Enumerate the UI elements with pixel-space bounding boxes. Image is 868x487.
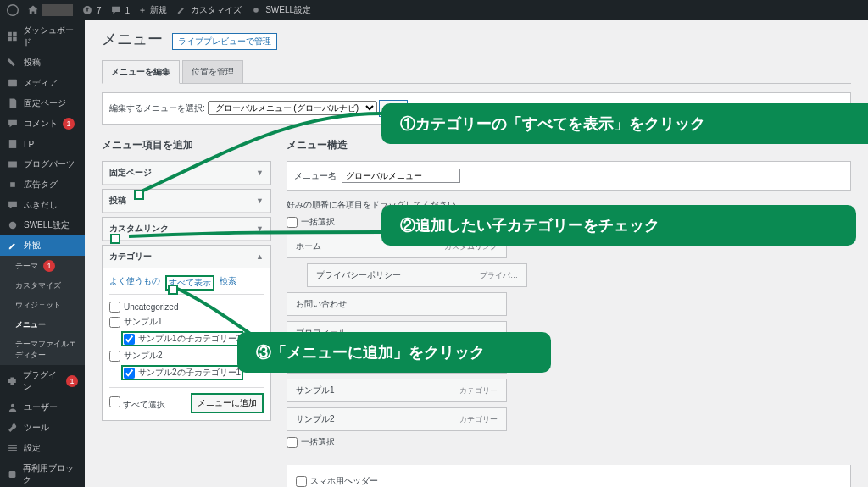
accordion-posts-toggle[interactable]: 投稿▼ (103, 190, 270, 213)
chevron-down-icon: ▼ (256, 169, 264, 177)
svg-rect-11 (8, 445, 17, 446)
annotation-marker (134, 190, 144, 200)
subtab-search[interactable]: 検索 (220, 275, 236, 291)
updates-count[interactable]: 7 (81, 4, 102, 16)
sidebar-reusable[interactable]: 再利用ブロック (0, 458, 85, 487)
sidebar-widgets[interactable]: ウィジェット (0, 296, 85, 315)
sidebar-blogparts[interactable]: ブログパーツ (0, 154, 85, 174)
sidebar-theme-editor[interactable]: テーマファイルエディター (0, 335, 85, 365)
sidebar-users[interactable]: ユーザー (0, 397, 85, 418)
menu-item[interactable]: プライバシーポリシープライバ… (307, 263, 527, 287)
category-subtabs: よく使うもの すべて表示 検索 (109, 275, 264, 295)
main-content: メニュー ライブプレビューで管理 メニューを編集 位置を管理 編集するメニューを… (85, 20, 868, 487)
nav-tabs: メニューを編集 位置を管理 (102, 60, 851, 84)
menu-settings: スマホ用ヘッダー スマホ開閉メニュー内 フッター (領域の設定: フッターメニュ… (287, 465, 851, 487)
annotation-callout-2: ②追加したい子カテゴリーをチェック (381, 205, 856, 246)
sidebar-adtag[interactable]: 広告タグ (0, 174, 85, 195)
site-home[interactable] (27, 4, 73, 16)
sidebar-menus[interactable]: メニュー (0, 315, 85, 335)
menu-item[interactable]: お問い合わせ (287, 292, 507, 316)
sidebar-dashboard[interactable]: ダッシュボード (0, 20, 85, 53)
admin-toolbar: 7 1 ＋ 新規 カスタマイズ SWELL設定 (0, 0, 868, 20)
svg-rect-13 (8, 450, 17, 451)
svg-rect-7 (9, 140, 16, 148)
svg-rect-4 (8, 37, 12, 42)
sidebar-media[interactable]: メディア (0, 73, 85, 93)
accordion-category-toggle[interactable]: カテゴリー▲ (103, 246, 270, 268)
plugins-badge: 1 (66, 375, 78, 387)
chevron-up-icon: ▲ (256, 252, 264, 261)
svg-rect-5 (13, 37, 17, 42)
select-all[interactable]: すべて選択 (109, 396, 165, 411)
sidebar-posts[interactable]: 投稿 (0, 53, 85, 73)
menu-structure-column: メニュー構造 メニュー名 好みの順番に各項目をドラッグしてください。 一括選択 … (287, 138, 851, 487)
annotation-marker (110, 234, 120, 244)
new-content[interactable]: ＋ 新規 (138, 4, 167, 16)
chevron-down-icon: ▼ (256, 224, 264, 233)
chevron-down-icon: ▼ (256, 196, 264, 205)
svg-rect-6 (8, 80, 17, 86)
comments-count[interactable]: 1 (110, 4, 131, 16)
comments-badge: 1 (63, 118, 75, 130)
bulk-select-bottom[interactable]: 一括選択 (287, 436, 851, 448)
sidebar-themes[interactable]: テーマ1 (0, 256, 85, 276)
sidebar-plugins[interactable]: プラグイン1 (0, 365, 85, 397)
sidebar-pages[interactable]: 固定ページ (0, 93, 85, 113)
customize-link[interactable]: カスタマイズ (175, 4, 242, 16)
add-to-menu-button[interactable]: メニューに追加 (191, 393, 264, 413)
sidebar-customize[interactable]: カスタマイズ (0, 276, 85, 296)
sidebar-swell[interactable]: SWELL設定 (0, 215, 85, 235)
tab-manage-locations[interactable]: 位置を管理 (182, 60, 243, 83)
svg-rect-14 (9, 471, 16, 478)
menu-select[interactable]: グローバルメニュー (グローバルナビ) (208, 101, 377, 115)
accordion-posts: 投稿▼ (102, 189, 271, 213)
swell-settings[interactable]: SWELL設定 (250, 4, 311, 16)
svg-rect-8 (8, 162, 17, 168)
menu-name-label: メニュー名 (294, 170, 337, 182)
add-items-title: メニュー項目を追加 (102, 138, 271, 152)
sidebar-settings[interactable]: 設定 (0, 438, 85, 458)
menu-item[interactable]: サンプル1カテゴリー (287, 379, 507, 402)
svg-rect-12 (8, 447, 17, 448)
menu-name-row: メニュー名 (287, 161, 851, 191)
svg-point-0 (8, 5, 19, 16)
accordion-custom-link: カスタムリンク▼ (102, 217, 271, 241)
svg-point-1 (253, 8, 259, 13)
menu-name-input[interactable] (342, 169, 460, 183)
subtab-recent[interactable]: よく使うもの (109, 275, 160, 291)
sidebar-tools[interactable]: ツール (0, 418, 85, 438)
accordion-pages-toggle[interactable]: 固定ページ▼ (103, 162, 270, 185)
annotation-callout-1: ①カテゴリーの「すべてを表示」をクリック (381, 103, 868, 144)
svg-point-9 (9, 222, 16, 229)
svg-rect-2 (8, 32, 12, 36)
chk-sample1[interactable]: サンプル1 (109, 314, 264, 329)
themes-badge: 1 (43, 260, 55, 272)
tab-edit-menus[interactable]: メニューを編集 (102, 60, 180, 84)
loc-smartphone-header[interactable]: スマホ用ヘッダー (296, 473, 842, 487)
menu-item[interactable]: サンプル2カテゴリー (287, 407, 507, 431)
sidebar-appearance[interactable]: 外観 (0, 235, 85, 256)
svg-point-10 (11, 404, 14, 407)
chk-uncategorized[interactable]: Uncategorized (109, 300, 264, 314)
accordion-pages: 固定ページ▼ (102, 161, 271, 185)
page-title: メニュー (102, 29, 163, 49)
select-label: 編集するメニューを選択: (109, 103, 205, 113)
wp-logo[interactable] (7, 4, 19, 16)
sidebar-fukidashi[interactable]: ふきだし (0, 195, 85, 215)
add-items-column: メニュー項目を追加 固定ページ▼ 投稿▼ カスタムリンク▼ カテゴリー▲ よく使… (102, 138, 271, 487)
svg-rect-3 (13, 32, 17, 36)
sidebar-lp[interactable]: LP (0, 134, 85, 154)
accordion-custom-toggle[interactable]: カスタムリンク▼ (103, 218, 270, 241)
live-preview-button[interactable]: ライブプレビューで管理 (172, 33, 277, 50)
admin-sidebar: ダッシュボード 投稿 メディア 固定ページ コメント1 LP ブログパーツ 広告… (0, 20, 85, 487)
annotation-marker (168, 285, 178, 295)
sidebar-comments[interactable]: コメント1 (0, 113, 85, 134)
annotation-callout-3: ③「メニューに追加」をクリック (237, 332, 551, 373)
